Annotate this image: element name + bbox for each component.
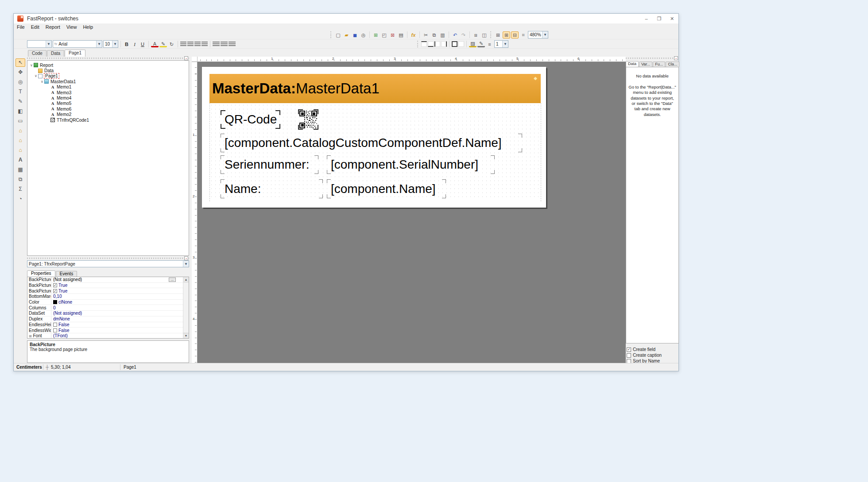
frame-color-icon[interactable]: ✎ [477, 41, 485, 47]
align-left-icon[interactable] [180, 42, 186, 46]
highlight-tool-icon[interactable]: ◧ [16, 107, 25, 116]
qr-code-object[interactable] [298, 109, 318, 130]
object-selector-combobox[interactable]: Page1: TfrxReportPage ▼ [27, 260, 189, 267]
subreport-object-icon[interactable]: ⧉ [16, 175, 25, 184]
tab-data[interactable]: Data [47, 50, 64, 57]
rectangle-tool-icon[interactable]: ▭ [16, 117, 25, 125]
checkbox-unchecked-icon[interactable] [53, 323, 57, 327]
memo-serial-label[interactable]: Seriennummer: [221, 155, 318, 174]
frame-right-icon[interactable] [441, 41, 447, 47]
toolbar-gripper[interactable] [490, 31, 492, 38]
zoom-tool-icon[interactable]: ◎ [16, 78, 25, 86]
align-center-icon[interactable] [187, 42, 194, 46]
tab-page1[interactable]: Page1 [65, 50, 85, 57]
frame-none-icon[interactable] [458, 41, 464, 47]
property-row-backpicture[interactable]: BackPicture (Not assigned) ... [27, 277, 183, 283]
font-size-combobox[interactable]: 10 ▼ [103, 40, 118, 48]
expand-icon[interactable]: ⊞ [29, 334, 32, 338]
tree-node-report[interactable]: ∨ Report [27, 62, 189, 68]
panel-gripper[interactable]: ▪ [27, 57, 189, 60]
text-object-icon[interactable]: A [16, 156, 25, 164]
align-bottom-icon[interactable] [229, 42, 236, 46]
property-row-font[interactable]: ⊞ Font (TFont) [27, 333, 183, 339]
create-field-option[interactable]: ✓ Create field [627, 347, 655, 352]
panel-menu-icon[interactable]: ▪ [184, 56, 188, 60]
tree-node-memo5[interactable]: A Memo5 [27, 101, 189, 106]
close-button[interactable]: ✕ [666, 14, 678, 23]
tab-classes[interactable]: Cla... [666, 62, 679, 67]
copy-icon[interactable]: ⧉ [430, 31, 438, 39]
panel-gripper[interactable]: ▪ [626, 57, 679, 60]
tree-node-memo2[interactable]: A Memo2 [27, 112, 189, 117]
underline-button[interactable]: U [139, 42, 146, 47]
chevron-down-icon[interactable]: ∨ [34, 74, 38, 78]
tree-node-memo4[interactable]: A Memo4 [27, 95, 189, 100]
delete-page-icon[interactable]: ⊠ [389, 31, 396, 39]
toolbar-gripper[interactable] [330, 31, 332, 38]
horizontal-ruler[interactable]: 1 2 3 4 5 6 [198, 57, 626, 62]
font-color-icon[interactable]: A [151, 41, 159, 47]
property-row-endlesswidth[interactable]: EndlessWidth False [27, 328, 183, 333]
property-row-dataset[interactable]: DataSet (Not assigned) [27, 311, 183, 316]
ellipsis-button[interactable]: ... [169, 278, 176, 282]
highlight-icon[interactable]: ✎ [159, 41, 167, 47]
create-caption-option[interactable]: Create caption [627, 353, 662, 358]
units-icon[interactable]: ⌗ [519, 31, 527, 39]
open-icon[interactable]: ▰ [343, 31, 350, 39]
masterdata-band[interactable]: MasterData: MasterData1 ◆ [209, 74, 541, 103]
new-report-icon[interactable]: ▢ [334, 31, 342, 39]
tab-data-panel[interactable]: Data [626, 61, 639, 67]
style-combobox[interactable]: ▼ [27, 40, 52, 48]
tab-code[interactable]: Code [28, 50, 46, 57]
checkbox-unchecked-icon[interactable] [627, 359, 631, 363]
undo-icon[interactable]: ↶ [451, 31, 459, 39]
frame-bottom-icon[interactable] [428, 41, 434, 47]
vertical-ruler[interactable]: 1 2 3 4 [192, 62, 198, 363]
variables-icon[interactable]: fx [410, 31, 417, 39]
select-tool-icon[interactable]: ↖ [16, 58, 25, 67]
zoom-combobox[interactable]: 480% ▼ [528, 31, 548, 39]
page-settings-icon[interactable]: ▤ [397, 31, 405, 39]
font-name-combobox[interactable]: Tr Arial ▼ [53, 40, 102, 48]
tree-node-memo3[interactable]: A Memo3 [27, 90, 189, 95]
band-object-icon[interactable]: ⌂ [16, 136, 25, 145]
bold-button[interactable]: B [123, 42, 130, 47]
memo-serial-number[interactable]: [component.SerialNumber] [327, 155, 495, 174]
property-row-columns[interactable]: Columns 0 [27, 305, 183, 311]
group-icon[interactable]: ⧈ [472, 31, 480, 39]
chevron-down-icon[interactable]: ∨ [40, 80, 44, 84]
text-tool-icon[interactable]: T [16, 88, 25, 96]
memo-component-name[interactable]: [component.Name] [327, 179, 446, 198]
scroll-up-icon[interactable]: ▲ [183, 277, 189, 282]
panel-gripper[interactable]: ▪ [27, 257, 189, 260]
ungroup-icon[interactable]: ◫ [480, 31, 488, 39]
maximize-button[interactable]: ❐ [653, 14, 666, 23]
panel-menu-icon[interactable]: ▪ [674, 56, 678, 60]
property-row-endlessheight[interactable]: EndlessHeigh False [27, 322, 183, 328]
checkbox-checked-icon[interactable]: ✓ [627, 347, 631, 352]
chevron-down-icon[interactable]: ∨ [29, 63, 34, 67]
align-to-grid-icon[interactable]: ⊞ [503, 31, 510, 39]
show-grid-icon[interactable]: ⊞ [494, 31, 502, 39]
property-row-backpicturevisible[interactable]: BackPictureVi ✓True [27, 288, 183, 294]
picture-object-icon[interactable]: ▦ [16, 166, 25, 174]
minimize-button[interactable]: – [640, 14, 653, 23]
tree-node-data[interactable]: Data [27, 68, 189, 73]
hand-tool-icon[interactable]: ✥ [16, 68, 25, 77]
italic-button[interactable]: I [131, 42, 138, 47]
property-row-duplex[interactable]: Duplex dmNone [27, 316, 183, 322]
paste-icon[interactable]: ▥ [439, 31, 446, 39]
tab-properties[interactable]: Properties [27, 270, 55, 277]
checkbox-unchecked-icon[interactable] [627, 353, 631, 358]
sum-object-icon[interactable]: Σ [16, 185, 25, 193]
tree-node-page1[interactable]: ∨ Page1 [27, 73, 189, 79]
menu-edit[interactable]: Edit [28, 24, 43, 30]
menu-file[interactable]: File [14, 24, 28, 30]
frame-left-icon[interactable] [434, 41, 440, 47]
align-middle-icon[interactable] [221, 42, 228, 46]
property-row-bottommargin[interactable]: BottomMargin 0,10 [27, 294, 183, 300]
chart-object-icon[interactable]: ◔ [16, 195, 25, 203]
panel-menu-icon[interactable]: ▪ [184, 256, 188, 260]
memo-catalog-name[interactable]: [component.CatalogCustomComponentDef.Nam… [221, 134, 522, 152]
menu-view[interactable]: View [63, 24, 80, 30]
